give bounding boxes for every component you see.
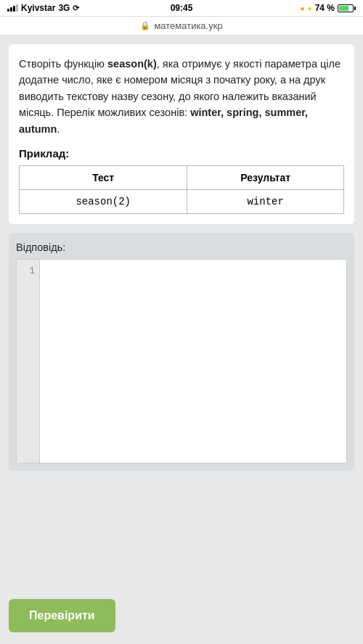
code-editor: 1 <box>16 259 347 463</box>
battery-icon <box>338 4 356 12</box>
network-icon: ⟳ <box>73 4 79 13</box>
status-bar: Kyivstar 3G ⟳ 09:45 ● ● 74 % <box>0 0 363 16</box>
answer-label: Відповідь: <box>16 242 347 253</box>
example-table: Тест Результат season(2) winter <box>19 165 344 214</box>
status-right: ● ● 74 % <box>301 3 356 13</box>
carrier-label: Kyivstar <box>21 3 55 13</box>
table-row: season(2) winter <box>20 190 344 214</box>
status-left: Kyivstar 3G ⟳ <box>7 3 79 13</box>
dot-orange-icon: ● <box>301 4 305 12</box>
table-header-test: Тест <box>20 166 187 190</box>
table-cell-test: season(2) <box>20 190 187 214</box>
url-bar[interactable]: 🔒 математика.укр <box>0 16 363 36</box>
dot-yellow-icon: ● <box>308 4 312 12</box>
task-function-name: season(k) <box>107 58 157 70</box>
line-number-1: 1 <box>21 265 35 276</box>
submit-button[interactable]: Перевірити <box>9 599 115 632</box>
network-label: 3G <box>58 3 70 13</box>
main-content: Створіть функцію season(k), яка отримує … <box>0 36 363 589</box>
example-label: Приклад: <box>19 147 344 160</box>
line-numbers: 1 <box>17 260 40 463</box>
code-input[interactable] <box>40 260 346 463</box>
task-description: Створіть функцію season(k), яка отримує … <box>19 56 344 137</box>
answer-section: Відповідь: 1 <box>9 233 354 471</box>
lock-icon: 🔒 <box>140 21 150 30</box>
url-text: математика.укр <box>154 20 222 31</box>
task-card: Створіть функцію season(k), яка отримує … <box>9 44 354 224</box>
table-header-result: Результат <box>187 166 344 190</box>
signal-bars-icon <box>7 4 18 12</box>
task-end: . <box>57 123 60 135</box>
submit-area: Перевірити <box>0 589 363 644</box>
battery-percent: 74 % <box>315 3 335 13</box>
table-cell-result: winter <box>187 190 344 214</box>
task-text-1: Створіть функцію <box>19 58 107 70</box>
status-time: 09:45 <box>171 3 193 13</box>
